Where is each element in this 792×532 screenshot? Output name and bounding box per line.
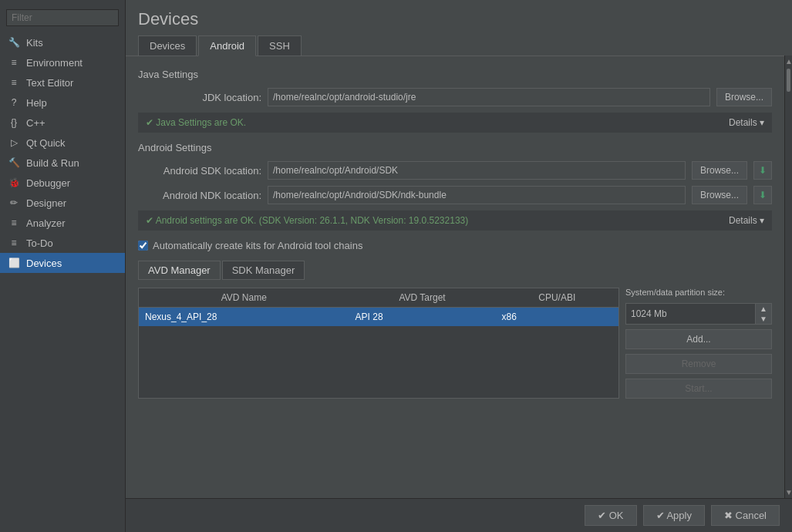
android-status-row: ✔ Android settings are OK. (SDK Version:…	[138, 210, 772, 231]
partition-label: System/data partition size:	[625, 288, 772, 297]
sidebar-item-kits[interactable]: 🔧 Kits	[0, 32, 125, 52]
sidebar-item-label: Analyzer	[26, 217, 66, 229]
avd-table: AVD Name AVD Target CPU/ABI Nexus_4_API_…	[139, 288, 618, 327]
sidebar-item-cpp[interactable]: {} C++	[0, 113, 125, 133]
sidebar-item-to-do[interactable]: ≡ To-Do	[0, 233, 125, 253]
table-row[interactable]: Nexus_4_API_28 API 28 x86	[139, 308, 618, 327]
sidebar-item-text-editor[interactable]: ≡ Text Editor	[0, 72, 125, 93]
partition-spinner: ▲ ▼	[755, 304, 771, 324]
ok-button[interactable]: ✔ OK	[585, 505, 636, 526]
cell-avd-target: API 28	[349, 308, 496, 327]
sidebar-item-label: Kits	[26, 37, 43, 49]
cell-cpu-abi: x86	[496, 308, 618, 327]
sidebar-item-environment[interactable]: ≡ Environment	[0, 52, 125, 72]
spinner-up-button[interactable]: ▲	[756, 304, 771, 314]
partition-input[interactable]	[626, 304, 755, 324]
sidebar-item-label: Qt Quick	[26, 137, 66, 149]
jdk-input[interactable]	[268, 88, 710, 106]
cpp-icon: {}	[8, 116, 20, 129]
ndk-label: Android NDK location:	[138, 190, 261, 201]
apply-button[interactable]: ✔ Apply	[643, 505, 705, 526]
auto-create-checkbox[interactable]	[138, 241, 148, 251]
android-tab-content: Java Settings JDK location: Browse... ✔ …	[126, 56, 784, 498]
filter-input[interactable]	[6, 9, 119, 26]
remove-button[interactable]: Remove	[625, 354, 772, 374]
sidebar-item-label: Devices	[26, 258, 62, 269]
sidebar-item-label: Debugger	[26, 177, 70, 189]
sub-tab-bar: AVD Manager SDK Manager	[138, 261, 772, 280]
analyzer-icon: ≡	[8, 217, 20, 229]
col-cpu-abi: CPU/ABI	[496, 288, 618, 308]
android-section-title: Android Settings	[138, 142, 772, 153]
ndk-download-button[interactable]: ⬇	[753, 186, 772, 204]
sidebar-item-analyzer[interactable]: ≡ Analyzer	[0, 213, 125, 233]
sdk-browse-button[interactable]: Browse...	[692, 161, 747, 180]
kits-icon: 🔧	[8, 36, 20, 49]
help-icon: ?	[8, 96, 20, 109]
avd-table-container: AVD Name AVD Target CPU/ABI Nexus_4_API_…	[138, 288, 619, 399]
col-avd-name: AVD Name	[139, 288, 349, 308]
devices-icon: ⬜	[8, 257, 20, 269]
sidebar-item-designer[interactable]: ✏ Designer	[0, 193, 125, 213]
text-editor-icon: ≡	[8, 76, 20, 89]
sidebar-item-label: Designer	[26, 197, 66, 209]
bottom-bar: ✔ OK ✔ Apply ✖ Cancel	[126, 498, 792, 532]
main-layout: 🔧 Kits ≡ Environment ≡ Text Editor ? Hel…	[0, 0, 792, 532]
col-avd-target: AVD Target	[349, 288, 496, 308]
jdk-browse-button[interactable]: Browse...	[716, 88, 772, 106]
java-section-title: Java Settings	[138, 69, 772, 80]
sidebar-item-label: Text Editor	[26, 77, 73, 89]
sidebar: 🔧 Kits ≡ Environment ≡ Text Editor ? Hel…	[0, 0, 126, 532]
sdk-label: Android SDK location:	[138, 165, 261, 177]
sidebar-item-label: To-Do	[26, 237, 53, 249]
sidebar-item-qt-quick[interactable]: ▷ Qt Quick	[0, 133, 125, 153]
jdk-label: JDK location:	[138, 92, 261, 103]
scroll-up-arrow[interactable]: ▲	[785, 56, 792, 67]
jdk-row: JDK location: Browse...	[138, 88, 772, 106]
sub-tab-sdk-manager[interactable]: SDK Manager	[222, 261, 305, 280]
sidebar-item-label: Build & Run	[26, 157, 79, 169]
cancel-button[interactable]: ✖ Cancel	[711, 505, 780, 526]
page-title: Devices	[126, 0, 792, 35]
auto-create-row: Automatically create kits for Android to…	[138, 240, 772, 251]
partition-input-row: ▲ ▼	[625, 303, 772, 325]
auto-create-label: Automatically create kits for Android to…	[153, 240, 362, 251]
to-do-icon: ≡	[8, 237, 20, 249]
avd-right-panel: System/data partition size: ▲ ▼ Add... R…	[625, 288, 772, 399]
add-button[interactable]: Add...	[625, 329, 772, 349]
sidebar-item-devices[interactable]: ⬜ Devices	[0, 253, 125, 273]
qt-quick-icon: ▷	[8, 136, 20, 149]
android-status-text: ✔ Android settings are OK. (SDK Version:…	[146, 215, 468, 226]
scroll-down-arrow[interactable]: ▼	[785, 487, 792, 498]
designer-icon: ✏	[8, 197, 20, 209]
cell-avd-name: Nexus_4_API_28	[139, 308, 349, 327]
spinner-down-button[interactable]: ▼	[756, 314, 771, 324]
scroll-thumb[interactable]	[787, 69, 790, 92]
sdk-download-button[interactable]: ⬇	[753, 161, 772, 180]
ndk-input[interactable]	[268, 186, 686, 204]
sidebar-item-debugger[interactable]: 🐞 Debugger	[0, 173, 125, 193]
sidebar-item-label: Environment	[26, 57, 83, 69]
tab-android[interactable]: Android	[198, 35, 256, 56]
java-status-text: ✔ Java Settings are OK.	[146, 117, 246, 128]
sub-tab-avd-manager[interactable]: AVD Manager	[138, 261, 221, 280]
sidebar-item-help[interactable]: ? Help	[0, 93, 125, 113]
sdk-input[interactable]	[268, 161, 686, 180]
sdk-row: Android SDK location: Browse... ⬇	[138, 161, 772, 180]
sidebar-item-build-run[interactable]: 🔨 Build & Run	[0, 153, 125, 173]
avd-layout: AVD Name AVD Target CPU/ABI Nexus_4_API_…	[138, 288, 772, 399]
tab-devices[interactable]: Devices	[138, 35, 197, 56]
content-area: Devices Devices Android SSH Java Setting…	[126, 0, 792, 532]
java-details-button[interactable]: Details ▾	[729, 117, 764, 128]
sidebar-item-label: C++	[26, 117, 45, 129]
sidebar-item-label: Help	[26, 97, 47, 109]
environment-icon: ≡	[8, 56, 20, 69]
android-details-button[interactable]: Details ▾	[729, 215, 764, 226]
tab-bar: Devices Android SSH	[126, 35, 792, 56]
tab-ssh[interactable]: SSH	[258, 35, 302, 56]
scrollbar[interactable]: ▲ ▼	[784, 56, 792, 498]
build-run-icon: 🔨	[8, 157, 20, 169]
java-status-row: ✔ Java Settings are OK. Details ▾	[138, 113, 772, 133]
start-button[interactable]: Start...	[625, 379, 772, 399]
ndk-browse-button[interactable]: Browse...	[692, 186, 747, 204]
